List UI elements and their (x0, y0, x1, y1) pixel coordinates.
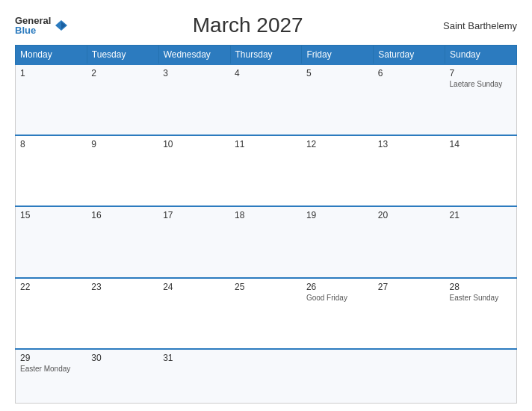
day-number: 17 (163, 210, 226, 220)
header-sunday: Sunday (445, 46, 517, 65)
region-label: Saint Barthelemy (427, 20, 517, 31)
day-number: 24 (163, 282, 226, 292)
day-number: 3 (163, 68, 226, 78)
header-thursday: Thursday (230, 46, 302, 65)
day-number: 15 (20, 210, 82, 220)
logo: General Blue (15, 16, 68, 35)
week-row-4: 2223242526Good Friday2728Easter Sunday (16, 278, 517, 349)
day-number: 23 (91, 282, 154, 292)
day-number: 19 (306, 210, 369, 220)
calendar-cell: 10 (158, 135, 230, 206)
calendar-cell: 20 (374, 206, 445, 277)
day-number: 28 (450, 282, 512, 292)
day-event: Easter Monday (20, 365, 82, 373)
day-number: 31 (163, 353, 226, 363)
week-row-2: 891011121314 (16, 135, 517, 206)
calendar-table: Monday Tuesday Wednesday Thursday Friday… (15, 45, 517, 404)
calendar-cell: 15 (16, 206, 87, 277)
calendar-cell: 26Good Friday (302, 278, 374, 349)
page: General Blue March 2027 Saint Barthelemy… (0, 0, 532, 411)
calendar-cell: 8 (16, 135, 87, 206)
day-number: 10 (163, 139, 226, 149)
day-number: 20 (378, 210, 441, 220)
header-monday: Monday (16, 46, 87, 65)
calendar-title: March 2027 (68, 13, 427, 37)
calendar-cell: 30 (87, 349, 158, 404)
calendar-cell: 13 (374, 135, 445, 206)
calendar-cell: 27 (374, 278, 445, 349)
calendar-cell: 5 (302, 64, 374, 135)
day-event: Good Friday (306, 294, 369, 302)
day-number: 27 (378, 282, 441, 292)
calendar-cell: 25 (230, 278, 302, 349)
day-event: Easter Sunday (450, 294, 512, 302)
day-number: 14 (450, 139, 512, 149)
header-tuesday: Tuesday (87, 46, 158, 65)
day-number: 30 (91, 353, 154, 363)
header-friday: Friday (302, 46, 374, 65)
calendar-cell: 11 (230, 135, 302, 206)
header-saturday: Saturday (374, 46, 445, 65)
day-number: 21 (450, 210, 512, 220)
logo-flag-icon (55, 19, 68, 31)
calendar-cell: 21 (445, 206, 517, 277)
weekday-header-row: Monday Tuesday Wednesday Thursday Friday… (16, 46, 517, 65)
day-number: 13 (378, 139, 441, 149)
day-event: Laetare Sunday (450, 80, 512, 88)
calendar-cell: 7Laetare Sunday (445, 64, 517, 135)
calendar-cell: 2 (87, 64, 158, 135)
calendar-cell (445, 349, 517, 404)
calendar-cell: 4 (230, 64, 302, 135)
calendar-cell: 31 (158, 349, 230, 404)
day-number: 5 (306, 68, 369, 78)
calendar-cell: 19 (302, 206, 374, 277)
day-number: 9 (91, 139, 154, 149)
day-number: 22 (20, 282, 82, 292)
day-number: 2 (91, 68, 154, 78)
logo-blue-text: Blue (15, 25, 51, 35)
calendar-cell (302, 349, 374, 404)
day-number: 12 (306, 139, 369, 149)
calendar-cell (230, 349, 302, 404)
header-wednesday: Wednesday (158, 46, 230, 65)
day-number: 18 (235, 210, 297, 220)
day-number: 25 (235, 282, 297, 292)
header: General Blue March 2027 Saint Barthelemy (15, 13, 517, 37)
calendar-cell: 24 (158, 278, 230, 349)
week-row-1: 1234567Laetare Sunday (16, 64, 517, 135)
day-number: 26 (306, 282, 369, 292)
calendar-cell: 9 (87, 135, 158, 206)
calendar-cell: 14 (445, 135, 517, 206)
calendar-cell: 6 (374, 64, 445, 135)
calendar-cell: 23 (87, 278, 158, 349)
calendar-cell: 16 (87, 206, 158, 277)
calendar-cell: 3 (158, 64, 230, 135)
day-number: 16 (91, 210, 154, 220)
day-number: 29 (20, 353, 82, 363)
calendar-cell: 29Easter Monday (16, 349, 87, 404)
calendar-cell (374, 349, 445, 404)
calendar-cell: 18 (230, 206, 302, 277)
day-number: 1 (20, 68, 82, 78)
calendar-cell: 17 (158, 206, 230, 277)
day-number: 4 (235, 68, 297, 78)
calendar-cell: 12 (302, 135, 374, 206)
calendar-cell: 22 (16, 278, 87, 349)
day-number: 8 (20, 139, 82, 149)
calendar-cell: 1 (16, 64, 87, 135)
week-row-5: 29Easter Monday3031 (16, 349, 517, 404)
week-row-3: 15161718192021 (16, 206, 517, 277)
day-number: 6 (378, 68, 441, 78)
day-number: 7 (450, 68, 512, 78)
day-number: 11 (235, 139, 297, 149)
calendar-cell: 28Easter Sunday (445, 278, 517, 349)
